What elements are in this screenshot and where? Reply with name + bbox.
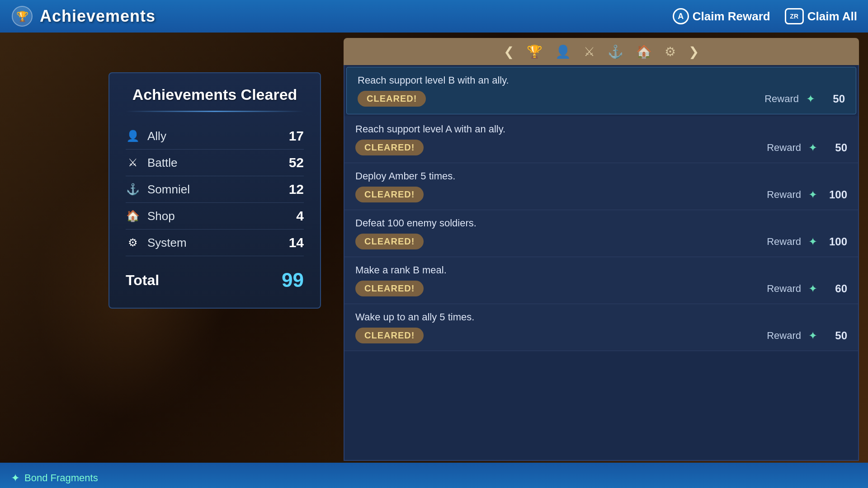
shop-icon: 🏠 [126,209,140,223]
achievement-row: CLEARED! Reward ✦ 50 [355,140,847,155]
shop-label: Shop [147,209,296,223]
tab-ally-icon[interactable]: 👤 [555,44,571,59]
achievement-item[interactable]: Defeat 100 enemy soldiers. CLEARED! Rewa… [344,210,858,257]
claim-reward-label: Claim Reward [693,9,770,23]
category-list: 👤 Ally 17 ⚔ Battle 52 ⚓ Somniel 12 🏠 Sho… [126,123,304,256]
somniel-icon: ⚓ [126,182,140,197]
achievement-desc: Deploy Amber 5 times. [355,170,847,182]
tab-nav-left[interactable]: ❮ [504,44,514,59]
total-row: Total 99 [126,260,304,291]
ally-count: 17 [289,128,304,144]
somniel-label: Somniel [147,183,289,197]
cleared-badge: CLEARED! [358,91,426,107]
cleared-badge: CLEARED! [355,187,424,202]
reward-amount: 50 [825,141,847,154]
system-count: 14 [289,235,304,250]
achievement-desc: Wake up to an ally 5 times. [355,311,847,323]
tab-nav-right[interactable]: ❯ [689,44,699,59]
category-item-ally[interactable]: 👤 Ally 17 [126,123,304,150]
system-label: System [147,236,289,250]
bond-star-icon: ✦ [11,472,20,484]
reward-amount: 100 [825,188,847,201]
tab-bar: ❮ 🏆 👤 ⚔ ⚓ 🏠 ⚙ ❯ [344,38,859,65]
achievement-item[interactable]: Reach support level B with an ally. CLEA… [346,67,856,114]
a-button-badge: A [673,8,689,24]
tab-shop-icon[interactable]: 🏠 [636,44,652,59]
reward-label: Reward [767,189,801,201]
reward-label: Reward [767,142,801,154]
star-icon: ✦ [808,188,817,201]
claim-reward-action[interactable]: A Claim Reward [673,8,770,24]
reward-label: Reward [767,236,801,248]
shop-count: 4 [296,208,304,224]
zr-button-badge: ZR [785,8,804,24]
total-label: Total [126,272,282,289]
reward-amount: 100 [825,235,847,248]
claim-all-action[interactable]: ZR Claim All [785,8,857,24]
achievement-desc: Reach support level B with an ally. [358,75,845,86]
battle-count: 52 [289,155,304,170]
category-item-somniel[interactable]: ⚓ Somniel 12 [126,176,304,203]
star-icon: ✦ [808,329,817,342]
reward-label: Reward [764,93,799,105]
star-icon: ✦ [808,141,817,154]
star-icon: ✦ [806,93,815,105]
tab-battle-icon[interactable]: ⚔ [584,44,595,59]
achievements-summary-panel: Achievements Cleared 👤 Ally 17 ⚔ Battle … [108,72,321,309]
achievement-list: Reach support level B with an ally. CLEA… [344,65,859,461]
battle-icon: ⚔ [126,155,140,170]
cleared-badge: CLEARED! [355,140,424,155]
achievement-desc: Reach support level A with an ally. [355,123,847,135]
svg-text:🏆: 🏆 [16,10,29,23]
achievement-detail-panel: ❮ 🏆 👤 ⚔ ⚓ 🏠 ⚙ ❯ Reach support level B wi… [344,38,859,461]
star-icon: ✦ [808,235,817,248]
achievement-desc: Defeat 100 enemy soldiers. [355,217,847,229]
achievement-desc: Make a rank B meal. [355,264,847,276]
reward-amount: 50 [825,329,847,342]
reward-label: Reward [767,330,801,342]
ally-label: Ally [147,129,289,143]
top-bar-actions: A Claim Reward ZR Claim All [673,8,857,24]
cleared-badge: CLEARED! [355,281,424,296]
tab-somniel-icon[interactable]: ⚓ [608,44,623,59]
system-icon: ⚙ [126,235,140,250]
claim-all-label: Claim All [807,9,857,23]
total-count: 99 [282,269,304,291]
title-divider [126,111,304,112]
reward-amount: 60 [825,282,847,295]
cleared-badge: CLEARED! [355,328,424,343]
achievement-item[interactable]: Make a rank B meal. CLEARED! Reward ✦ 60 [344,257,858,304]
tab-system-icon[interactable]: ⚙ [665,44,676,59]
panel-title: Achievements Cleared [126,86,304,103]
app-logo-icon: 🏆 [11,5,33,28]
achievement-row: CLEARED! Reward ✦ 50 [355,328,847,343]
achievement-item[interactable]: Wake up to an ally 5 times. CLEARED! Rew… [344,304,858,351]
achievement-item[interactable]: Reach support level A with an ally. CLEA… [344,116,858,163]
tab-achievements-icon[interactable]: 🏆 [527,44,542,59]
category-item-battle[interactable]: ⚔ Battle 52 [126,150,304,176]
category-item-shop[interactable]: 🏠 Shop 4 [126,203,304,230]
achievement-row: CLEARED! Reward ✦ 60 [355,281,847,296]
reward-amount: 50 [822,93,845,105]
category-item-system[interactable]: ⚙ System 14 [126,230,304,256]
star-icon: ✦ [808,282,817,295]
reward-label: Reward [767,283,801,295]
bond-fragments-label: Bond Fragments [24,472,98,484]
achievement-row: CLEARED! Reward ✦ 100 [355,234,847,249]
achievement-row: CLEARED! Reward ✦ 100 [355,187,847,202]
achievement-row: CLEARED! Reward ✦ 50 [358,91,845,107]
somniel-count: 12 [289,182,304,197]
top-bar: 🏆 Achievements A Claim Reward ZR Claim A… [0,0,868,33]
achievement-item[interactable]: Deploy Amber 5 times. CLEARED! Reward ✦ … [344,163,858,210]
bond-fragments-info: ✦ Bond Fragments [11,472,98,484]
cleared-badge: CLEARED! [355,234,424,249]
page-title: Achievements [40,7,156,26]
battle-label: Battle [147,156,289,170]
ally-icon: 👤 [126,129,140,143]
bottom-bar [0,463,868,488]
